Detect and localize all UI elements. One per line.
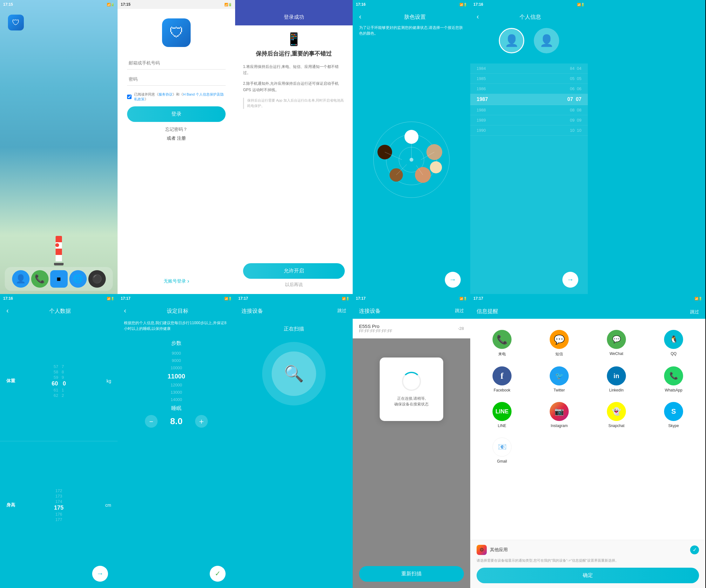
notif-item-qq[interactable]: 🐧 QQ [645, 325, 702, 362]
rescan-button[interactable]: 重新扫描 [359, 566, 464, 582]
dock-camera[interactable]: ⚫ [88, 270, 106, 288]
skin-next-button[interactable]: → [445, 272, 461, 288]
notif-item-whatsapp[interactable]: 📞 WhatsApp [645, 362, 702, 397]
notif-item-instagram[interactable]: 📷 Instagram [531, 397, 588, 433]
whatsapp-label: WhatsApp [665, 388, 682, 392]
notice-title: 保持后台运行,重要的事不错过 [256, 50, 332, 57]
steps-12000[interactable]: 12000 [171, 382, 182, 388]
terms-link1[interactable]: 服务协议 [159, 92, 172, 96]
weight-60-active[interactable]: 60 0 [51, 380, 66, 387]
notif-item-gmail[interactable]: 📧 Gmail [473, 433, 531, 468]
whatsapp-icon-circle: 📞 [664, 366, 683, 385]
skin-back-icon[interactable]: ‹ [359, 13, 361, 21]
goals-confirm-button[interactable]: ✓ [210, 566, 226, 582]
goals-back-icon[interactable]: ‹ [124, 307, 126, 315]
personal-row-1985[interactable]: 198505 05 [470, 74, 588, 84]
sleep-plus-button[interactable]: ＋ [195, 415, 208, 428]
avatar-alt[interactable]: 👤 [534, 28, 559, 53]
device-skip-button[interactable]: 跳过 [455, 308, 464, 314]
skin-dot-light[interactable] [415, 167, 431, 183]
forgot-link[interactable]: 忘记密码？ [165, 127, 188, 132]
notif-item-sms[interactable]: 💬 短信 [531, 325, 588, 362]
allow-button[interactable]: 允许开启 [243, 263, 345, 279]
notif-item-phone[interactable]: 📞 来电 [473, 325, 531, 362]
panel-skin: 17:16 📶🔋 ‹ 肤色设置 为了让手环能够更好的监测您的健康状态,请选择一个… [353, 0, 470, 294]
connect-header: 连接设备 跳过 [235, 303, 353, 319]
notif-item-facebook[interactable]: f Facebook [473, 362, 531, 397]
login-button[interactable]: 登录 [127, 107, 226, 122]
connect-inner-circle: 🔍 [272, 351, 316, 396]
register-link[interactable]: 或者 注册 [167, 135, 186, 141]
gmail-label: Gmail [497, 459, 507, 464]
other-apps-text: 其他应用 [490, 547, 508, 553]
terms-link2[interactable]: H Band 个人信息保护及隐私政策 [134, 92, 224, 101]
skin-orbit [373, 122, 449, 198]
skin-dot-medium[interactable] [390, 168, 403, 181]
steps-9000-2[interactable]: 9000 [172, 357, 181, 364]
later-link[interactable]: 以后再说 [285, 282, 303, 288]
email-field[interactable] [127, 56, 226, 70]
height-176[interactable]: 176 [55, 512, 62, 516]
skin-dot-beige[interactable] [426, 144, 442, 160]
dock-square[interactable]: ■ [50, 270, 68, 288]
personal-back-icon[interactable]: ‹ [477, 13, 479, 21]
data-next-button[interactable]: → [92, 566, 108, 582]
weight-62[interactable]: 62 2 [54, 393, 64, 398]
weight-61[interactable]: 61 1 [54, 388, 64, 392]
height-172[interactable]: 172 [55, 488, 62, 493]
notif-item-wechat[interactable]: 💬 WeChat [588, 325, 645, 362]
home-vpn-icon[interactable]: 🛡 [8, 14, 24, 31]
connect-skip-button[interactable]: 跳过 [338, 308, 346, 314]
height-175-active[interactable]: 175 [54, 504, 64, 511]
avatar-selected[interactable]: 👤 [499, 28, 524, 53]
login-time: 17:15 [121, 2, 130, 7]
dock-phone[interactable]: 📞 [31, 270, 49, 288]
weight-unit: kg [107, 378, 111, 383]
skin-dot-fair[interactable] [430, 161, 442, 173]
skin-dot-dark[interactable] [378, 145, 392, 159]
other-apps-check[interactable]: ✓ [690, 545, 699, 554]
steps-13000[interactable]: 13000 [171, 389, 182, 395]
device-status-icons: 📶🔋 [460, 297, 467, 300]
height-174[interactable]: 174 [55, 499, 62, 504]
panel-connect: 17:17 📶🔋 连接设备 跳过 正在扫描 🔍 [235, 294, 353, 588]
personal-row-1987[interactable]: 198707 07 [470, 94, 588, 105]
steps-11000-active[interactable]: 11000 [167, 372, 185, 381]
notice-content: 📱 保持后台运行,重要的事不错过 1.将应用保持后台运行,来电、短信、应用通知一… [235, 26, 353, 294]
personal-header: ‹ 个人信息 [470, 9, 588, 25]
data-status-bar: 17:16 📶🔋 [0, 294, 118, 303]
height-177[interactable]: 177 [55, 517, 62, 522]
personal-row-1990[interactable]: 199010 10 [470, 125, 588, 135]
weight-58[interactable]: 58 8 [54, 370, 64, 374]
notif-item-twitter[interactable]: 🐦 Twitter [531, 362, 588, 397]
sleep-minus-button[interactable]: － [145, 415, 158, 428]
dock-contacts[interactable]: 👤 [12, 270, 30, 288]
data-back-icon[interactable]: ‹ [6, 307, 9, 315]
password-field[interactable] [127, 73, 226, 86]
personal-row-1988[interactable]: 198808 08 [470, 105, 588, 115]
personal-row-1989[interactable]: 198909 09 [470, 115, 588, 125]
personal-next-button[interactable]: → [562, 272, 578, 288]
weight-57[interactable]: 57 7 [54, 364, 64, 369]
notif-skip-button[interactable]: 跳过 [690, 309, 699, 315]
dock-globe[interactable]: 🌐 [69, 270, 87, 288]
height-173[interactable]: 173 [55, 494, 62, 499]
notif-confirm-button[interactable]: 确定 [477, 568, 699, 583]
guest-link[interactable]: 无账号登录 › [164, 278, 189, 285]
steps-14000[interactable]: 14000 [171, 396, 182, 403]
personal-row-1986[interactable]: 198606 06 [470, 84, 588, 94]
notif-item-line[interactable]: LINE LINE [473, 397, 531, 433]
skin-status-icons: 📶🔋 [460, 3, 467, 6]
terms-checkbox[interactable] [127, 94, 131, 99]
personal-row-1984[interactable]: 198484 04 [470, 64, 588, 74]
skin-dot-white[interactable] [404, 130, 419, 144]
goals-steps-section: 步数 9000 9000 10000 11000 12000 13000 140… [118, 340, 235, 403]
notif-item-linkedin[interactable]: in LinkedIn [588, 362, 645, 397]
steps-9000-1[interactable]: 9000 [172, 350, 181, 356]
steps-10000[interactable]: 10000 [171, 365, 182, 371]
notif-item-skype[interactable]: S Skype [645, 397, 702, 433]
weight-59[interactable]: 59 9 [54, 375, 64, 380]
notif-item-snapchat[interactable]: 👻 Snapchat [588, 397, 645, 433]
device-item-e55s[interactable]: E55S Pro FF:FF:FF:FF:FF:FF -28 [353, 319, 470, 338]
notif-header: 17:17 📶🔋 信息提醒 跳过 [470, 294, 705, 319]
